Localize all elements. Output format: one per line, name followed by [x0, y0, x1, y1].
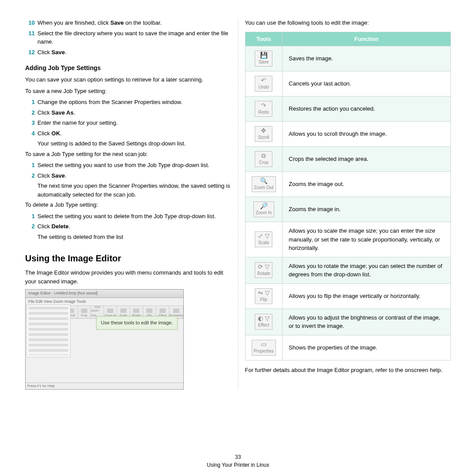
effect-icon [160, 309, 166, 313]
step-text: Select the file directory where you want… [37, 29, 231, 46]
redo-tool-icon: ↷Redo [255, 101, 272, 117]
left-column: 10 When you are finished, click Save on … [19, 19, 238, 390]
save-note: Your setting is added to the Saved Setti… [37, 139, 231, 148]
cell-desc: Restores the action you canceled. [283, 97, 451, 122]
table-header-row: Tools Function [245, 32, 451, 46]
table-row: ✥ScrollAllows you to scroll through the … [245, 122, 451, 147]
heading-using-image-editor: Using the Image Editor [25, 252, 231, 265]
right-column: You can use the following tools to edit … [238, 19, 458, 390]
table-row: ⤢ ▽ScaleAllows you to scale the image si… [245, 222, 451, 257]
para-outro: For further details about the Image Edit… [245, 366, 451, 375]
table-row: ▭PropertiesShows the properties of the i… [245, 335, 451, 360]
cell-desc: Allows you to scroll through the image. [283, 122, 451, 147]
save-tool-icon: 💾Save [255, 51, 272, 67]
zoom-out-icon [94, 306, 100, 308]
tools-table: Tools Function 💾SaveSaves the image. ↶Un… [245, 32, 451, 361]
tb-crop: Crop [78, 306, 91, 318]
next-step: 1Select the setting you want to use from… [25, 161, 231, 170]
cell-desc: Crops the selected image area. [283, 147, 451, 172]
next-note: The next time you open the Scanner Prope… [37, 182, 231, 199]
page-footer: 33 Using Your Printer in Linux [0, 453, 476, 469]
scale-icon [120, 309, 126, 313]
cell-desc: Zooms the image in. [283, 197, 451, 222]
heading-adding-job-type: Adding Job Type Settings [25, 63, 231, 73]
step-text: Click Save. [37, 48, 231, 57]
table-row: ↷RedoRestores the action you canceled. [245, 97, 451, 122]
table-row: ⇋ ▽FlipAllows you to flip the image vert… [245, 283, 451, 309]
cell-desc: Allows you to adjust the brightness or c… [283, 309, 451, 335]
canvas-preview [26, 305, 71, 357]
scale-tool-icon: ⤢ ▽Scale [255, 231, 272, 247]
para-next-lead: To save a Job Type setting for the next … [25, 150, 231, 159]
para-tools-intro: You can use the following tools to edit … [245, 19, 451, 27]
properties-tool-icon: ▭Properties [252, 340, 276, 356]
footer-text: Using Your Printer in Linux [0, 461, 476, 469]
para-save-lead: To save a new Job Type setting: [25, 87, 231, 96]
cell-desc: Allows you to flip the image vertically … [283, 283, 451, 309]
del-step: 2Click Delete. [25, 222, 231, 231]
step-number: 10 [25, 19, 35, 27]
cell-desc: Saves the image. [283, 46, 451, 71]
table-row: ⧉CropCrops the selected image area. [245, 147, 451, 172]
next-step: 2Click Save. [25, 171, 231, 180]
zoom-out-tool-icon: 🔍Zoom Out [252, 176, 275, 192]
step-number: 11 [25, 29, 35, 46]
flip-tool-icon: ⇋ ▽Flip [255, 288, 272, 304]
table-row: 🔍Zoom OutZooms the image out. [245, 172, 451, 197]
zoom-in-icon [107, 309, 113, 313]
callout-box: Use these tools to edit the image. [96, 316, 178, 330]
cell-desc: Cancels your last action. [283, 71, 451, 97]
save-step: 3Enter the name for your setting. [25, 119, 231, 127]
zoom-in-tool-icon: 🔎Zoom In [253, 201, 274, 217]
del-note: The setting is deleted from the list [37, 233, 231, 242]
th-function: Function [283, 32, 451, 46]
para-save-intro: You can save your scan option settings t… [25, 75, 231, 84]
table-row: ⟳ ▽RotateAllows you to rotate the image;… [245, 257, 451, 283]
cell-desc: Zooms the image out. [283, 172, 451, 197]
table-row: 💾SaveSaves the image. [245, 46, 451, 71]
save-step: 4Click OK. [25, 129, 231, 138]
image-editor-screenshot: Image Editor - Untitled.bmp [Not saved] … [25, 289, 184, 390]
table-row: ◐ ▽EffectAllows you to adjust the bright… [245, 309, 451, 335]
app-titlebar: Image Editor - Untitled.bmp [Not saved] [26, 290, 183, 298]
flip-icon [146, 309, 152, 313]
cell-desc: Shows the properties of the image. [283, 335, 451, 360]
app-statusbar: Press F1 for Help [26, 383, 183, 389]
save-step: 2Click Save As. [25, 108, 231, 117]
page-number: 33 [0, 453, 476, 461]
table-row: ↶UndoCancels your last action. [245, 71, 451, 97]
step-11: 11 Select the file directory where you w… [25, 29, 231, 46]
cell-desc: Allows you to scale the image size; you … [283, 222, 451, 257]
step-text: When you are finished, click Save on the… [37, 19, 231, 27]
undo-tool-icon: ↶Undo [255, 76, 272, 92]
properties-icon [173, 309, 179, 313]
step-number: 12 [25, 48, 35, 57]
para-using-intro: The Image Editor window provides you wit… [25, 268, 231, 286]
del-step: 1Select the setting you want to delete f… [25, 212, 231, 221]
scroll-tool-icon: ✥Scroll [255, 126, 272, 142]
rotate-icon [133, 309, 139, 313]
para-del-lead: To delete a Job Type setting: [25, 201, 231, 209]
step-10: 10 When you are finished, click Save on … [25, 19, 231, 27]
table-row: 🔎Zoom InZooms the image in. [245, 197, 451, 222]
step-12: 12 Click Save. [25, 48, 231, 57]
page-body: 10 When you are finished, click Save on … [0, 0, 476, 390]
th-tools: Tools [245, 32, 283, 46]
save-step: 1Change the options from the Scanner Pro… [25, 98, 231, 107]
cell-desc: Allows you to rotate the image; you can … [283, 257, 451, 283]
rotate-tool-icon: ⟳ ▽Rotate [255, 262, 272, 278]
crop-icon [81, 309, 87, 313]
effect-tool-icon: ◐ ▽Effect [255, 314, 272, 330]
crop-tool-icon: ⧉Crop [255, 151, 272, 167]
